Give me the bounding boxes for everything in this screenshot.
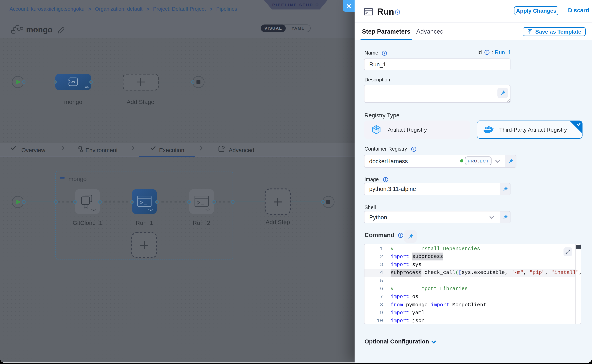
svg-text:</>: </> xyxy=(85,85,89,89)
svg-text:</>: </> xyxy=(206,208,210,211)
svg-text:</>: </> xyxy=(148,208,153,211)
svg-text:</>: </> xyxy=(71,80,76,84)
svg-text:</>: </> xyxy=(91,208,96,211)
